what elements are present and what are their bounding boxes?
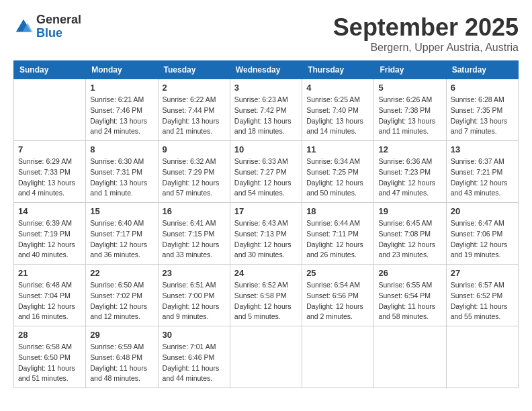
day-info: Sunrise: 6:39 AMSunset: 7:19 PMDaylight:… xyxy=(18,218,81,261)
calendar-cell: 28Sunrise: 6:58 AMSunset: 6:50 PMDayligh… xyxy=(14,326,86,388)
day-number: 25 xyxy=(306,268,369,278)
weekday-header-thursday: Thursday xyxy=(302,61,374,79)
calendar-week-4: 21Sunrise: 6:48 AMSunset: 7:04 PMDayligh… xyxy=(14,265,519,326)
location-subtitle: Bergern, Upper Austria, Austria xyxy=(333,42,519,54)
calendar-cell: 17Sunrise: 6:43 AMSunset: 7:13 PMDayligh… xyxy=(230,203,302,265)
day-info: Sunrise: 6:51 AMSunset: 7:00 PMDaylight:… xyxy=(163,280,226,322)
calendar-cell: 25Sunrise: 6:54 AMSunset: 6:56 PMDayligh… xyxy=(302,265,374,326)
weekday-header-saturday: Saturday xyxy=(446,61,518,79)
month-title: September 2025 xyxy=(333,13,519,42)
calendar-cell: 27Sunrise: 6:57 AMSunset: 6:52 PMDayligh… xyxy=(446,265,518,326)
day-info: Sunrise: 6:33 AMSunset: 7:27 PMDaylight:… xyxy=(234,156,298,199)
day-number: 4 xyxy=(306,83,369,93)
day-number: 12 xyxy=(378,144,441,154)
day-number: 30 xyxy=(163,330,226,340)
calendar-table: SundayMondayTuesdayWednesdayThursdayFrid… xyxy=(13,60,519,388)
day-info: Sunrise: 6:43 AMSunset: 7:13 PMDaylight:… xyxy=(234,218,298,261)
calendar-week-2: 7Sunrise: 6:29 AMSunset: 7:33 PMDaylight… xyxy=(14,141,519,203)
day-number: 15 xyxy=(90,206,153,216)
weekday-header-monday: Monday xyxy=(86,61,158,79)
calendar-cell: 3Sunrise: 6:23 AMSunset: 7:42 PMDaylight… xyxy=(230,79,302,141)
calendar-cell: 9Sunrise: 6:32 AMSunset: 7:29 PMDaylight… xyxy=(158,141,230,203)
day-number: 7 xyxy=(18,144,81,154)
page-header: General Blue September 2025 Bergern, Upp… xyxy=(13,13,519,54)
day-info: Sunrise: 6:37 AMSunset: 7:21 PMDaylight:… xyxy=(451,156,514,199)
calendar-cell: 20Sunrise: 6:47 AMSunset: 7:06 PMDayligh… xyxy=(446,203,518,265)
weekday-header-sunday: Sunday xyxy=(14,61,86,79)
day-info: Sunrise: 7:01 AMSunset: 6:46 PMDaylight:… xyxy=(163,342,226,384)
calendar-cell: 8Sunrise: 6:30 AMSunset: 7:31 PMDaylight… xyxy=(86,141,158,203)
day-number: 2 xyxy=(163,83,226,93)
calendar-cell: 1Sunrise: 6:21 AMSunset: 7:46 PMDaylight… xyxy=(86,79,158,141)
calendar-week-3: 14Sunrise: 6:39 AMSunset: 7:19 PMDayligh… xyxy=(14,203,519,265)
day-info: Sunrise: 6:58 AMSunset: 6:50 PMDaylight:… xyxy=(18,342,81,384)
weekday-header-tuesday: Tuesday xyxy=(158,61,230,79)
day-number: 9 xyxy=(163,144,226,154)
day-info: Sunrise: 6:59 AMSunset: 6:48 PMDaylight:… xyxy=(90,342,153,384)
day-info: Sunrise: 6:45 AMSunset: 7:08 PMDaylight:… xyxy=(378,218,441,261)
day-number: 28 xyxy=(18,330,81,340)
day-number: 6 xyxy=(451,83,514,93)
calendar-cell xyxy=(374,326,446,388)
calendar-week-5: 28Sunrise: 6:58 AMSunset: 6:50 PMDayligh… xyxy=(14,326,519,388)
calendar-cell: 29Sunrise: 6:59 AMSunset: 6:48 PMDayligh… xyxy=(86,326,158,388)
day-number: 1 xyxy=(90,83,153,93)
day-info: Sunrise: 6:26 AMSunset: 7:38 PMDaylight:… xyxy=(378,95,441,137)
calendar-cell: 15Sunrise: 6:40 AMSunset: 7:17 PMDayligh… xyxy=(86,203,158,265)
day-number: 8 xyxy=(90,144,153,154)
day-info: Sunrise: 6:50 AMSunset: 7:02 PMDaylight:… xyxy=(90,280,153,322)
day-number: 14 xyxy=(18,206,81,216)
day-number: 22 xyxy=(90,268,153,278)
day-info: Sunrise: 6:41 AMSunset: 7:15 PMDaylight:… xyxy=(163,218,226,261)
day-number: 21 xyxy=(18,268,81,278)
calendar-cell xyxy=(14,79,86,141)
day-info: Sunrise: 6:34 AMSunset: 7:25 PMDaylight:… xyxy=(306,156,369,199)
calendar-week-1: 1Sunrise: 6:21 AMSunset: 7:46 PMDaylight… xyxy=(14,79,519,141)
day-info: Sunrise: 6:55 AMSunset: 6:54 PMDaylight:… xyxy=(378,280,441,322)
day-number: 16 xyxy=(163,206,226,216)
day-info: Sunrise: 6:30 AMSunset: 7:31 PMDaylight:… xyxy=(90,156,153,199)
day-number: 23 xyxy=(163,268,226,278)
weekday-header-friday: Friday xyxy=(374,61,446,79)
day-number: 29 xyxy=(90,330,153,340)
day-info: Sunrise: 6:52 AMSunset: 6:58 PMDaylight:… xyxy=(234,280,298,322)
day-info: Sunrise: 6:21 AMSunset: 7:46 PMDaylight:… xyxy=(90,95,153,137)
day-number: 26 xyxy=(378,268,441,278)
calendar-cell: 19Sunrise: 6:45 AMSunset: 7:08 PMDayligh… xyxy=(374,203,446,265)
calendar-cell: 23Sunrise: 6:51 AMSunset: 7:00 PMDayligh… xyxy=(158,265,230,326)
title-block: September 2025 Bergern, Upper Austria, A… xyxy=(333,13,519,54)
calendar-cell xyxy=(302,326,374,388)
day-info: Sunrise: 6:22 AMSunset: 7:44 PMDaylight:… xyxy=(163,95,226,137)
day-number: 17 xyxy=(234,206,298,216)
day-number: 3 xyxy=(234,83,298,93)
day-info: Sunrise: 6:44 AMSunset: 7:11 PMDaylight:… xyxy=(306,218,369,261)
day-number: 13 xyxy=(451,144,514,154)
calendar-cell: 7Sunrise: 6:29 AMSunset: 7:33 PMDaylight… xyxy=(14,141,86,203)
calendar-cell: 21Sunrise: 6:48 AMSunset: 7:04 PMDayligh… xyxy=(14,265,86,326)
day-number: 19 xyxy=(378,206,441,216)
day-info: Sunrise: 6:29 AMSunset: 7:33 PMDaylight:… xyxy=(18,156,81,199)
calendar-cell: 13Sunrise: 6:37 AMSunset: 7:21 PMDayligh… xyxy=(446,141,518,203)
logo-blue-text: Blue xyxy=(36,27,81,40)
calendar-cell: 2Sunrise: 6:22 AMSunset: 7:44 PMDaylight… xyxy=(158,79,230,141)
calendar-cell: 4Sunrise: 6:25 AMSunset: 7:40 PMDaylight… xyxy=(302,79,374,141)
weekday-header-row: SundayMondayTuesdayWednesdayThursdayFrid… xyxy=(14,61,519,79)
day-info: Sunrise: 6:25 AMSunset: 7:40 PMDaylight:… xyxy=(306,95,369,137)
logo: General Blue xyxy=(13,13,81,40)
day-info: Sunrise: 6:32 AMSunset: 7:29 PMDaylight:… xyxy=(163,156,226,199)
day-number: 11 xyxy=(306,144,369,154)
calendar-cell xyxy=(230,326,302,388)
calendar-cell xyxy=(446,326,518,388)
day-number: 10 xyxy=(234,144,298,154)
day-info: Sunrise: 6:40 AMSunset: 7:17 PMDaylight:… xyxy=(90,218,153,261)
calendar-cell: 16Sunrise: 6:41 AMSunset: 7:15 PMDayligh… xyxy=(158,203,230,265)
day-number: 18 xyxy=(306,206,369,216)
day-info: Sunrise: 6:54 AMSunset: 6:56 PMDaylight:… xyxy=(306,280,369,322)
day-info: Sunrise: 6:28 AMSunset: 7:35 PMDaylight:… xyxy=(451,95,514,137)
weekday-header-wednesday: Wednesday xyxy=(230,61,302,79)
calendar-cell: 22Sunrise: 6:50 AMSunset: 7:02 PMDayligh… xyxy=(86,265,158,326)
calendar-cell: 5Sunrise: 6:26 AMSunset: 7:38 PMDaylight… xyxy=(374,79,446,141)
day-info: Sunrise: 6:23 AMSunset: 7:42 PMDaylight:… xyxy=(234,95,298,137)
calendar-cell: 14Sunrise: 6:39 AMSunset: 7:19 PMDayligh… xyxy=(14,203,86,265)
day-number: 24 xyxy=(234,268,298,278)
